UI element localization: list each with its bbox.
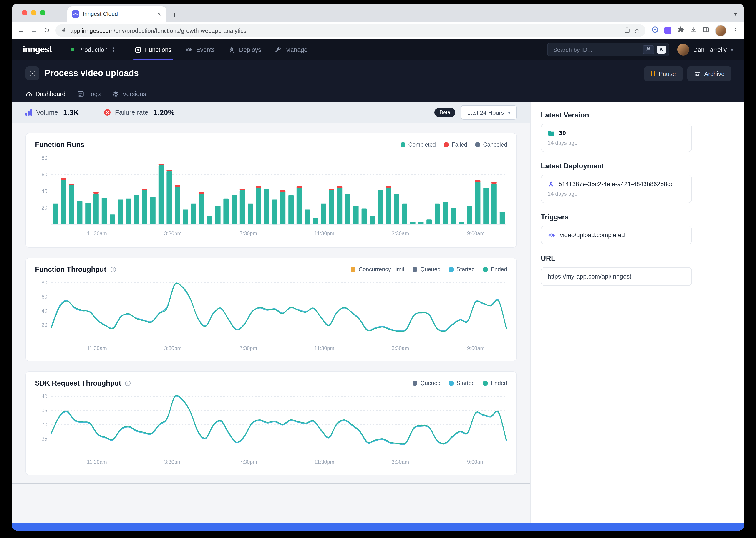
event-trigger-icon: [548, 232, 556, 238]
extension-circle-icon[interactable]: [651, 26, 659, 35]
svg-text:80: 80: [41, 155, 47, 161]
inngest-logo[interactable]: inngest: [12, 45, 62, 55]
sdk-throughput-legend: Queued Started Ended: [412, 380, 507, 386]
header-divider: [122, 39, 123, 60]
sdk-throughput-panel: SDK Request Throughput Queued Started En…: [25, 371, 517, 475]
svg-text:70: 70: [41, 422, 47, 428]
panel-title: SDK Request Throughput: [35, 379, 121, 387]
beta-badge: Beta: [435, 108, 455, 117]
primary-nav: Functions Events Deploys Manage: [127, 39, 314, 60]
function-runs-panel: Function Runs Completed Failed Canceled …: [25, 133, 517, 247]
nav-item-functions[interactable]: Functions: [127, 39, 178, 60]
function-runs-chart: 2040608011:30am3:30pm7:30pm11:30pm3:30am…: [35, 152, 508, 242]
window-minimize-button[interactable]: [31, 10, 36, 16]
svg-text:3:30pm: 3:30pm: [164, 231, 182, 237]
inngest-favicon-icon: [72, 11, 79, 18]
user-avatar: [677, 44, 689, 56]
svg-text:9:00am: 9:00am: [467, 231, 485, 237]
panel-title: Function Runs: [35, 141, 84, 149]
function-throughput-legend: Concurrency Limit Queued Started Ended: [351, 266, 507, 273]
new-tab-button[interactable]: +: [172, 11, 177, 19]
search-box[interactable]: ⌘ K: [547, 43, 669, 56]
svg-text:11:30am: 11:30am: [87, 345, 107, 351]
svg-text:11:30pm: 11:30pm: [314, 345, 334, 351]
rocket-icon: [548, 181, 554, 188]
environment-chevrons-icon: ▴▾: [113, 47, 115, 52]
window-close-button[interactable]: [22, 10, 27, 16]
failure-rate-stat: Failure rate 1.20%: [104, 108, 174, 117]
version-time: 14 days ago: [548, 140, 685, 146]
lock-icon: [61, 27, 67, 34]
volume-stat: Volume 1.3K: [25, 108, 79, 117]
latest-version-card: 39 14 days ago: [541, 124, 692, 152]
chevron-down-icon: ▾: [508, 110, 510, 115]
failure-icon: [104, 109, 111, 116]
svg-text:7:30pm: 7:30pm: [240, 459, 257, 465]
legend-dot-queued: [412, 267, 417, 272]
bookmark-star-icon[interactable]: ☆: [634, 27, 640, 34]
sdk-throughput-chart: 357010514011:30am3:30pm7:30pm11:30pm3:30…: [35, 391, 508, 469]
volume-bars-icon: [25, 109, 32, 116]
svg-text:9:00am: 9:00am: [467, 459, 485, 465]
legend-dot-concurrency-limit: [351, 267, 355, 272]
version-number: 39: [559, 130, 566, 136]
latest-deployment-card[interactable]: 5141387e-35c2-4efe-a421-4843b86258dc 14 …: [541, 175, 692, 203]
svg-text:11:30pm: 11:30pm: [314, 459, 334, 465]
user-menu-chevron-icon: ▾: [731, 47, 733, 53]
svg-text:3:30pm: 3:30pm: [164, 459, 182, 465]
tab-dashboard[interactable]: Dashboard: [25, 85, 66, 102]
browser-window: Inngest Cloud × + ▾ ← → ↻ app.inngest.co…: [12, 4, 744, 531]
tab-close-icon[interactable]: ×: [157, 11, 162, 18]
svg-text:20: 20: [41, 322, 47, 328]
browser-menu-kebab-icon[interactable]: ⋮: [732, 27, 739, 34]
function-header: Process video uploads Pause Archive Dash…: [12, 60, 744, 102]
share-icon[interactable]: [623, 26, 630, 35]
nav-label: Events: [196, 46, 215, 53]
browser-toolbar: ← → ↻ app.inngest.com/env/production/fun…: [12, 22, 744, 39]
svg-text:20: 20: [41, 205, 47, 211]
nav-item-deploys[interactable]: Deploys: [222, 39, 268, 60]
svg-text:3:30am: 3:30am: [392, 459, 409, 465]
triggers-heading: Triggers: [541, 213, 744, 221]
svg-text:60: 60: [41, 172, 47, 178]
archive-button[interactable]: Archive: [687, 67, 732, 81]
reload-button[interactable]: ↻: [44, 27, 50, 34]
download-icon[interactable]: [689, 26, 697, 35]
pause-button[interactable]: Pause: [644, 67, 683, 81]
window-controls: [12, 4, 56, 22]
tab-versions[interactable]: Versions: [113, 85, 146, 102]
trigger-card[interactable]: video/upload.completed: [541, 226, 692, 244]
archive-icon: [694, 71, 700, 77]
address-bar[interactable]: app.inngest.com/env/production/functions…: [56, 24, 645, 37]
function-throughput-panel: Function Throughput Concurrency Limit Qu…: [25, 258, 517, 361]
trigger-event-name[interactable]: video/upload.completed: [560, 232, 625, 239]
back-button[interactable]: ←: [17, 27, 24, 34]
tab-search-chevron-icon[interactable]: ▾: [734, 11, 737, 17]
nav-item-events[interactable]: Events: [178, 39, 222, 60]
extension-purple-icon[interactable]: [664, 27, 671, 34]
deployment-hash[interactable]: 5141387e-35c2-4efe-a421-4843b86258dc: [559, 181, 674, 188]
user-menu[interactable]: Dan Farrelly ▾: [677, 44, 744, 56]
time-range-select[interactable]: Last 24 Hours ▾: [461, 105, 517, 120]
browser-tab[interactable]: Inngest Cloud ×: [67, 6, 166, 22]
environment-selector[interactable]: Production ▴▾: [62, 39, 122, 60]
user-name: Dan Farrelly: [693, 46, 727, 53]
panel-title: Function Throughput: [35, 265, 106, 274]
info-icon[interactable]: [110, 266, 116, 273]
browser-profile-avatar[interactable]: [715, 25, 727, 36]
extensions-puzzle-icon[interactable]: [677, 26, 684, 35]
forward-button[interactable]: →: [30, 27, 38, 34]
window-zoom-button[interactable]: [40, 10, 45, 16]
function-throughput-chart: 2040608011:30am3:30pm7:30pm11:30pm3:30am…: [35, 277, 508, 355]
latest-deployment-heading: Latest Deployment: [541, 162, 744, 170]
svg-text:40: 40: [41, 188, 47, 194]
info-icon[interactable]: [125, 380, 131, 386]
nav-item-manage[interactable]: Manage: [268, 39, 314, 60]
next-section-divider: [12, 483, 530, 484]
tab-logs[interactable]: Logs: [77, 85, 101, 102]
side-panel-icon[interactable]: [702, 26, 710, 35]
legend-dot-completed: [401, 142, 405, 147]
svg-text:7:30pm: 7:30pm: [240, 231, 257, 237]
search-input[interactable]: [553, 46, 640, 53]
svg-text:105: 105: [39, 407, 47, 413]
